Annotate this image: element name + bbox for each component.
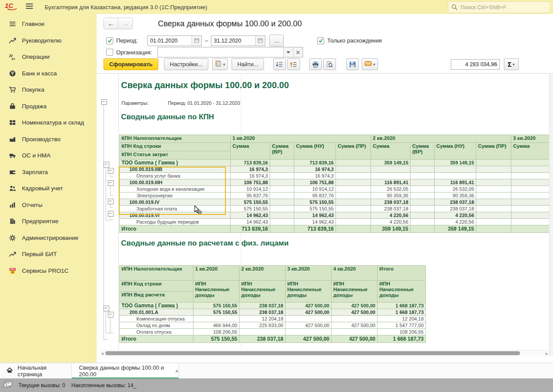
sidebar-item-enterprise[interactable]: Предприятие	[0, 213, 96, 230]
value-cell[interactable]: 713 839,16	[294, 225, 336, 233]
expand-groups-button[interactable]	[273, 58, 286, 70]
value-cell[interactable]: 575 150,55	[193, 309, 239, 316]
autosum-field[interactable]: 4 283 034,96	[451, 59, 500, 70]
value-cell[interactable]: 1 547 777,00	[378, 322, 426, 329]
value-cell[interactable]: 108 086,46	[511, 192, 549, 199]
back-button[interactable]: ←	[104, 18, 118, 29]
value-cell[interactable]	[410, 212, 435, 219]
value-cell[interactable]: 238 037,18	[435, 199, 476, 206]
value-cell[interactable]	[371, 166, 410, 173]
value-cell[interactable]: 27 586,97	[511, 173, 549, 179]
collapse-toggle[interactable]	[108, 199, 114, 204]
header-cell[interactable]: 2 кв.2020	[371, 135, 511, 143]
value-cell[interactable]: 238 037,18	[239, 309, 285, 316]
value-cell[interactable]: 238 037,18	[371, 199, 410, 206]
value-cell[interactable]	[476, 225, 511, 233]
save-button[interactable]	[346, 58, 359, 70]
value-cell[interactable]: 64 396,97	[511, 186, 549, 192]
value-cell[interactable]	[336, 206, 371, 212]
value-cell[interactable]	[410, 186, 435, 192]
value-cell[interactable]: 26 532,05	[371, 186, 410, 192]
value-cell[interactable]: 713 839,16	[231, 160, 270, 166]
row-label-cell[interactable]: Оплата отпуска	[120, 329, 193, 335]
horizontal-scrollbar-thumb[interactable]	[105, 351, 520, 355]
value-cell[interactable]	[476, 212, 511, 219]
value-cell[interactable]	[435, 166, 476, 173]
header-cell[interactable]: Сумма (НУ)	[435, 143, 476, 160]
value-cell[interactable]: 16 974,3	[294, 173, 336, 179]
header-cell[interactable]: Сумма (ВР)	[270, 143, 294, 160]
value-cell[interactable]: 90 359,36	[371, 192, 410, 199]
generate-button[interactable]: Сформировать	[103, 58, 158, 70]
row-label-cell[interactable]: Итого	[120, 335, 193, 343]
forward-button[interactable]: →	[118, 18, 132, 29]
value-cell[interactable]: 713 839,16	[294, 160, 336, 166]
sidebar-item-fixed-assets[interactable]: ОС и НМА	[0, 147, 96, 164]
collapse-toggle[interactable]	[103, 162, 109, 167]
header-cell[interactable]: КПН Налогоплательщик	[120, 135, 231, 143]
value-cell[interactable]: 427 500	[511, 206, 549, 212]
value-cell[interactable]: 26 532,05	[435, 186, 476, 192]
value-cell[interactable]	[270, 192, 294, 199]
value-cell[interactable]	[476, 179, 511, 186]
header-cell[interactable]: 1 кв.2020	[193, 266, 239, 281]
value-cell[interactable]	[476, 173, 511, 179]
organization-checkbox[interactable]	[106, 49, 113, 56]
value-cell[interactable]	[336, 192, 371, 199]
value-cell[interactable]	[410, 160, 435, 166]
header-cell[interactable]: 2 кв.2020	[239, 266, 285, 281]
value-cell[interactable]: 16 974,3	[231, 166, 270, 173]
value-cell[interactable]: 627 570,4	[511, 225, 549, 233]
calendar-icon[interactable]	[255, 36, 265, 46]
value-cell[interactable]: 466 944,00	[193, 322, 239, 329]
header-cell[interactable]: 4 кв.2020	[332, 266, 378, 281]
value-cell[interactable]	[270, 219, 294, 225]
row-label-cell[interactable]: ТОО Gamma ( Гамма )	[120, 303, 193, 309]
sidebar-item-purchase[interactable]: Покупка	[0, 82, 96, 98]
header-cell[interactable]: ИПН Вид расчета	[120, 292, 193, 303]
settings-button[interactable]: Настройки...	[164, 58, 208, 70]
sidebar-item-manager[interactable]: Руководителю	[0, 32, 96, 49]
header-cell[interactable]: ИПН Налогоплательщик	[120, 266, 193, 281]
value-cell[interactable]: 359 149,15	[371, 225, 410, 233]
value-cell[interactable]: 4 220,56	[435, 219, 476, 225]
value-cell[interactable]: 575 150,55	[193, 303, 239, 309]
sidebar-item-inventory[interactable]: Номенклатура и склад	[0, 114, 96, 131]
scroll-right-icon[interactable]: ▶	[546, 352, 548, 356]
scroll-left-icon[interactable]: ◀	[101, 352, 103, 356]
value-cell[interactable]	[476, 160, 511, 166]
value-cell[interactable]	[193, 316, 239, 322]
value-cell[interactable]: 4 220,56	[371, 212, 410, 219]
value-cell[interactable]: 116 891,41	[435, 179, 476, 186]
value-cell[interactable]: 12 204,18	[239, 316, 285, 322]
value-cell[interactable]: 1 668 187,73	[378, 335, 426, 343]
value-cell[interactable]: 10 914,12	[294, 186, 336, 192]
value-cell[interactable]	[270, 186, 294, 192]
sidebar-item-pro1c-services[interactable]: PRO1CСервисы PRO1C	[0, 263, 96, 279]
value-cell[interactable]: 238 037,18	[435, 206, 476, 212]
value-cell[interactable]: 90 359,36	[435, 192, 476, 199]
value-cell[interactable]	[270, 212, 294, 219]
header-cell[interactable]: КПН Код строки	[120, 143, 231, 151]
value-cell[interactable]	[410, 173, 435, 179]
value-cell[interactable]: 359 149,15	[435, 160, 476, 166]
collapse-toggle[interactable]	[108, 180, 114, 186]
value-cell[interactable]	[511, 212, 549, 219]
value-cell[interactable]: 359 149,15	[435, 225, 476, 233]
header-cell[interactable]: КПН Статья затрат	[120, 151, 231, 160]
value-cell[interactable]: 10 914,12	[231, 186, 270, 192]
only-differences-checkbox[interactable]	[317, 37, 324, 44]
value-cell[interactable]	[476, 206, 511, 212]
value-cell[interactable]	[410, 206, 435, 212]
period-checkbox[interactable]	[106, 37, 113, 44]
preview-button[interactable]	[323, 58, 336, 70]
value-cell[interactable]	[270, 225, 294, 233]
value-cell[interactable]	[270, 166, 294, 173]
value-cell[interactable]: 108 206,55	[193, 329, 239, 335]
sidebar-item-reports[interactable]: Отчеты	[0, 197, 96, 214]
header-cell[interactable]: ИПН Начисленные доходы	[239, 281, 285, 303]
value-cell[interactable]: 1 668 187,73	[378, 309, 426, 316]
period-to-input[interactable]: 31.12.2020	[211, 36, 265, 46]
header-cell[interactable]: Сумма	[371, 143, 410, 160]
sidebar-item-operations[interactable]: ДтКтОперации	[0, 49, 96, 65]
